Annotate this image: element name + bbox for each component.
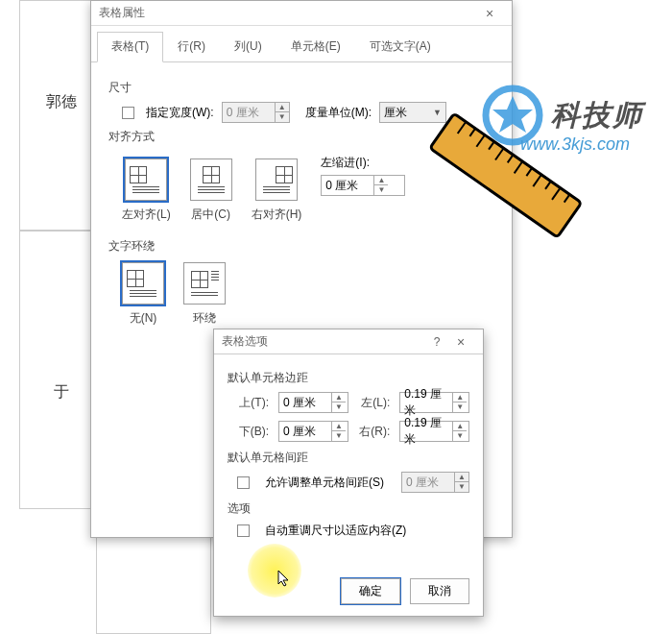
dialog2-titlebar: 表格选项 ? × xyxy=(214,329,483,354)
close-icon[interactable]: × xyxy=(446,334,475,350)
auto-resize-checkbox[interactable] xyxy=(237,524,250,537)
watermark-url: www.3kjs.com xyxy=(520,134,630,155)
tab-alttext[interactable]: 可选文字(A) xyxy=(355,32,445,61)
unit-select[interactable]: 厘米 ▼ xyxy=(379,102,446,123)
tab-column[interactable]: 列(U) xyxy=(220,32,276,61)
watermark-brand: 科技师 xyxy=(551,96,643,135)
table-options-dialog: 表格选项 ? × 默认单元格边距 上(T): 0 厘米▲▼ 左(L): 0.19… xyxy=(213,329,484,617)
spec-width-label: 指定宽度(W): xyxy=(146,105,214,121)
dialog1-titlebar: 表格属性 × xyxy=(91,1,512,26)
chevron-down-icon: ▼ xyxy=(433,108,442,117)
bg-name2: 于 xyxy=(54,382,69,402)
bg-name1: 郭德 xyxy=(46,92,77,112)
dialog1-title: 表格属性 xyxy=(99,5,475,21)
align-right-option[interactable]: 右对齐(H) xyxy=(252,158,302,223)
wrap-none-option[interactable]: 无(N) xyxy=(122,262,164,327)
size-section-label: 尺寸 xyxy=(108,80,494,96)
dialog2-title: 表格选项 xyxy=(222,333,427,350)
spin-up-icon[interactable]: ▲ xyxy=(276,103,289,112)
spacing-input[interactable]: 0 厘米▲▼ xyxy=(401,472,469,493)
spin-down-icon[interactable]: ▼ xyxy=(374,185,388,195)
wrap-section-label: 文字环绕 xyxy=(108,238,494,255)
auto-resize-label: 自动重调尺寸以适应内容(Z) xyxy=(265,523,406,539)
unit-label: 度量单位(M): xyxy=(305,105,372,121)
spec-width-checkbox[interactable] xyxy=(122,107,134,119)
indent-input[interactable]: 0 厘米 ▲▼ xyxy=(321,175,405,196)
tab-cell[interactable]: 单元格(E) xyxy=(276,32,355,61)
margin-right-input[interactable]: 0.19 厘米▲▼ xyxy=(399,421,469,442)
tab-row[interactable]: 行(R) xyxy=(163,32,220,61)
spin-down-icon[interactable]: ▼ xyxy=(276,112,289,122)
align-center-option[interactable]: 居中(C) xyxy=(190,158,232,223)
margin-top-input[interactable]: 0 厘米▲▼ xyxy=(278,392,348,413)
margins-label: 默认单元格边距 xyxy=(228,370,469,386)
cancel-button[interactable]: 取消 xyxy=(410,578,469,604)
close-icon[interactable]: × xyxy=(475,6,504,21)
indent-label: 左缩进(I): xyxy=(321,155,405,171)
spacing-label: 默认单元格间距 xyxy=(228,450,469,466)
bottom-label: 下(B): xyxy=(237,424,269,440)
ok-button[interactable]: 确定 xyxy=(341,578,400,604)
spin-up-icon[interactable]: ▲ xyxy=(374,176,388,185)
tab-table[interactable]: 表格(T) xyxy=(97,32,163,62)
options-label: 选项 xyxy=(228,500,469,517)
allow-spacing-checkbox[interactable] xyxy=(237,476,250,489)
top-label: 上(T): xyxy=(237,395,269,411)
align-left-option[interactable]: 左对齐(L) xyxy=(122,158,171,223)
width-input[interactable]: 0 厘米 ▲▼ xyxy=(222,102,290,123)
wrap-around-option[interactable]: 环绕 xyxy=(183,262,226,327)
help-icon[interactable]: ? xyxy=(427,335,446,349)
margin-bottom-input[interactable]: 0 厘米▲▼ xyxy=(278,421,348,442)
right-label: 右(R): xyxy=(358,424,391,440)
tabs: 表格(T) 行(R) 列(U) 单元格(E) 可选文字(A) xyxy=(91,26,512,62)
allow-spacing-label: 允许调整单元格间距(S) xyxy=(265,475,384,491)
tab-panel: 尺寸 指定宽度(W): 0 厘米 ▲▼ 度量单位(M): 厘米 ▼ 对齐方式 左… xyxy=(91,62,512,342)
margin-left-input[interactable]: 0.19 厘米▲▼ xyxy=(399,392,469,413)
left-label: 左(L): xyxy=(358,395,391,411)
